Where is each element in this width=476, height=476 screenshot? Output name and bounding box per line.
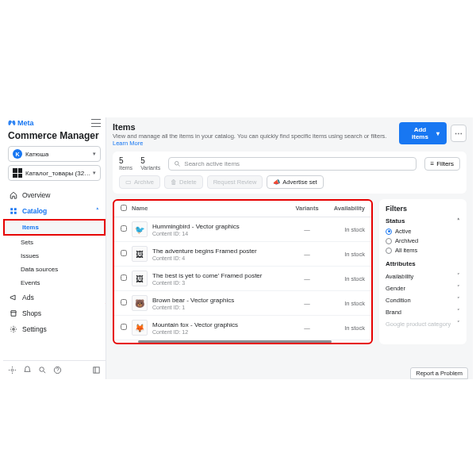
status-active[interactable]: Active: [386, 228, 460, 235]
table-row[interactable]: 🖼 The best is yet to come' Framed poster…: [114, 267, 371, 291]
account-name: Катюша: [25, 151, 48, 158]
sidebar-footer: [3, 360, 106, 379]
app-title: Commerce Manager: [3, 129, 106, 144]
arrow-annotation: →: [103, 297, 106, 309]
svg-rect-8: [94, 367, 99, 373]
nav-ads[interactable]: Ads: [3, 290, 106, 305]
delete-button[interactable]: 🗑Delete: [164, 175, 203, 189]
item-thumbnail: 🐻: [132, 295, 148, 311]
item-variants: —: [289, 251, 325, 258]
report-problem-button[interactable]: Report a Problem: [410, 367, 468, 379]
bell-icon[interactable]: [23, 366, 32, 374]
chevron-down-icon: ▾: [436, 130, 440, 137]
stat-variants: 5Variants: [140, 156, 160, 171]
nav-sets[interactable]: Sets: [3, 236, 106, 249]
item-availability: In stock: [325, 324, 365, 332]
svg-rect-2: [10, 212, 13, 214]
attr-availability[interactable]: Availability˅: [386, 271, 460, 282]
gear-icon: [10, 325, 17, 333]
help-icon[interactable]: [53, 366, 62, 374]
nav-events[interactable]: Events: [3, 276, 106, 290]
table-row[interactable]: 🐻 Brown bear - Vector graphics Content I…: [114, 291, 371, 316]
attr-condition[interactable]: Condition˅: [386, 294, 460, 306]
brand-text: Meta: [17, 119, 34, 127]
stat-items: 5Items: [119, 156, 132, 171]
item-thumbnail: 🐦: [132, 221, 148, 237]
catalog-icon: [13, 168, 22, 178]
status-section[interactable]: Status˄: [386, 217, 460, 225]
scrollbar[interactable]: [138, 340, 332, 343]
item-availability: In stock: [325, 226, 365, 233]
trash-icon: 🗑: [171, 178, 177, 186]
item-name: Mountain fox - Vector graphics: [152, 321, 289, 328]
nav-shops[interactable]: Shops: [3, 305, 106, 321]
nav-items[interactable]: Items: [3, 219, 106, 236]
status-all[interactable]: All items: [386, 247, 460, 254]
nav-settings[interactable]: Settings: [3, 321, 106, 337]
item-name: Brown bear - Vector graphics: [152, 297, 289, 304]
learn-more-link[interactable]: Learn More: [113, 140, 143, 147]
table-row[interactable]: 🦊 Mountain fox - Vector graphics Content…: [114, 316, 371, 340]
item-content-id: Content ID: 12: [152, 329, 289, 335]
svg-rect-0: [10, 208, 13, 210]
item-variants: —: [289, 324, 325, 332]
item-variants: —: [289, 226, 325, 233]
item-name: The best is yet to come' Framed poster: [152, 272, 289, 279]
request-review-button[interactable]: Request Review: [207, 175, 263, 189]
meta-logo[interactable]: Meta: [8, 119, 34, 127]
shop-icon: [10, 309, 17, 317]
row-checkbox[interactable]: [121, 324, 127, 330]
row-checkbox[interactable]: [121, 274, 127, 281]
chevron-down-icon: ▾: [93, 151, 96, 157]
menu-icon[interactable]: [91, 119, 101, 127]
svg-point-4: [13, 328, 15, 331]
main-content: Items View and manage all the items in y…: [106, 117, 473, 379]
item-name: The adventure begins Framed poster: [152, 248, 289, 255]
select-all-checkbox[interactable]: [121, 205, 127, 211]
item-name: Hummingbird - Vector graphics: [152, 223, 289, 230]
row-checkbox[interactable]: [121, 225, 127, 232]
item-thumbnail: 🖼: [132, 246, 148, 262]
collapse-icon[interactable]: [92, 366, 101, 374]
catalog-selector[interactable]: Каталог_товары (321993346... ▾: [8, 165, 101, 181]
chevron-down-icon: ▾: [93, 170, 96, 176]
row-checkbox[interactable]: [121, 250, 127, 256]
page-subtitle: View and manage all the items in your ca…: [113, 132, 399, 147]
filters-button[interactable]: ≡Filters: [424, 157, 460, 171]
nav-data-sources[interactable]: Data sources: [3, 263, 106, 276]
attr-brand[interactable]: Brand˅: [386, 306, 460, 318]
table-header: Name Variants Availability: [114, 201, 371, 217]
filters-title: Filters: [386, 205, 460, 213]
nav-overview[interactable]: Overview: [3, 187, 106, 203]
table-row[interactable]: 🖼 The adventure begins Framed poster Con…: [114, 242, 371, 267]
item-availability: In stock: [325, 275, 365, 282]
advertise-set-button[interactable]: 📣Advertise set: [267, 175, 323, 189]
chevron-up-icon: ˄: [96, 208, 99, 214]
attr-gender[interactable]: Gender˅: [386, 282, 460, 294]
archive-button[interactable]: ▭Archive: [119, 175, 160, 189]
home-icon: [10, 191, 17, 199]
attr-google-category[interactable]: Google product category˅: [386, 318, 460, 330]
grid-icon: [10, 207, 17, 215]
items-table: Name Variants Availability 🐦 Hummingbird…: [113, 199, 373, 344]
search-icon[interactable]: [38, 366, 47, 374]
item-content-id: Content ID: 3: [152, 280, 289, 286]
search-input[interactable]: Search active items: [168, 157, 416, 171]
megaphone-icon: [10, 294, 17, 301]
avatar: K: [13, 149, 22, 159]
toolbar: 5Items 5Variants Search active items ≡Fi…: [113, 152, 466, 194]
add-items-button[interactable]: Add items ▾: [399, 122, 447, 144]
account-selector[interactable]: K Катюша ▾: [8, 146, 101, 162]
more-button[interactable]: ⋯: [451, 125, 466, 142]
nav-issues[interactable]: Issues: [3, 249, 106, 263]
status-archived[interactable]: Archived: [386, 237, 460, 244]
nav-catalog[interactable]: Catalog ˄: [3, 203, 106, 219]
row-checkbox[interactable]: [121, 299, 127, 305]
item-content-id: Content ID: 14: [152, 231, 289, 236]
item-availability: In stock: [325, 300, 365, 307]
svg-rect-3: [14, 212, 17, 214]
table-row[interactable]: 🐦 Hummingbird - Vector graphics Content …: [114, 217, 371, 242]
item-content-id: Content ID: 4: [152, 255, 289, 261]
svg-point-5: [11, 369, 13, 371]
gear-icon[interactable]: [8, 366, 17, 374]
